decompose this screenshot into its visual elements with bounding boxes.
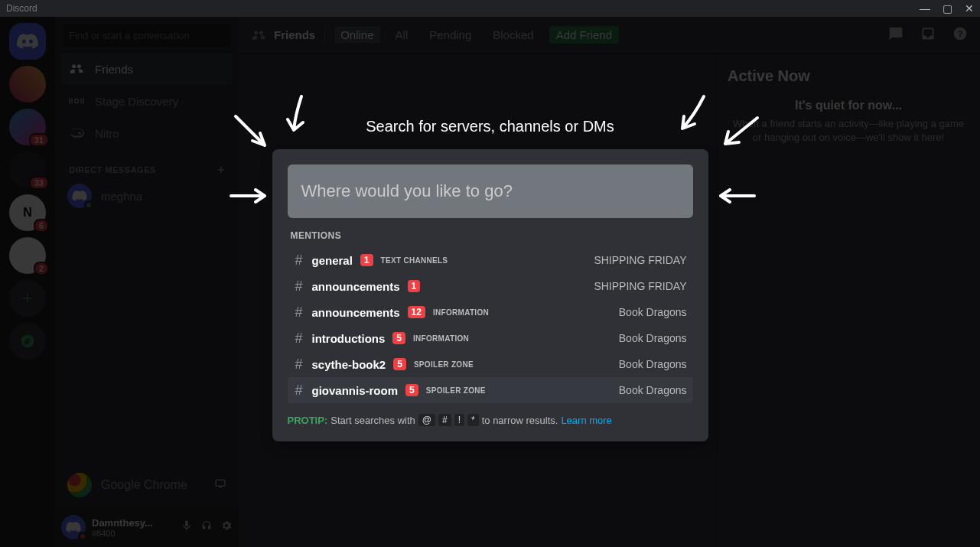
hash-icon: #: [294, 304, 304, 321]
result-name: introductions: [312, 332, 386, 345]
protip-label: PROTIP:: [288, 415, 328, 426]
result-server: SHIPPING FRIDAY: [594, 254, 686, 266]
result-server: Book Dragons: [619, 306, 687, 318]
hash-icon: #: [294, 383, 304, 399]
quickswitcher-input[interactable]: [288, 164, 693, 218]
quickswitcher-result[interactable]: #general1TEXT CHANNELSSHIPPING FRIDAY: [288, 247, 693, 273]
window-close-icon[interactable]: ✕: [965, 3, 974, 14]
result-category: TEXT CHANNELS: [381, 256, 448, 265]
modal-backdrop[interactable]: Search for servers, channels or DMs MENT…: [0, 17, 980, 547]
result-category: INFORMATION: [413, 334, 469, 343]
result-category: INFORMATION: [433, 308, 489, 317]
quickswitcher-result[interactable]: #announcements1SHIPPING FRIDAY: [288, 273, 693, 299]
kbd: #: [438, 414, 451, 426]
quickswitcher-list[interactable]: #general1TEXT CHANNELSSHIPPING FRIDAY#an…: [288, 247, 693, 403]
hash-icon: #: [294, 278, 304, 295]
result-name: giovannis-room: [312, 384, 399, 397]
window-title: Discord: [6, 3, 37, 14]
quickswitcher-result[interactable]: #giovannis-room5SPOILER ZONEBook Dragons: [288, 377, 693, 403]
titlebar: Discord — ▢ ✕: [0, 0, 980, 17]
result-category: SPOILER ZONE: [414, 360, 474, 369]
result-name: announcements: [312, 280, 400, 293]
mention-badge: 5: [405, 384, 418, 396]
quickswitcher-footer: PROTIP: Start searches with @ # ! * to n…: [288, 414, 693, 426]
quickswitcher-result[interactable]: #scythe-book25SPOILER ZONEBook Dragons: [288, 351, 693, 377]
quickswitcher-result[interactable]: #introductions5INFORMATIONBook Dragons: [288, 325, 693, 351]
quickswitcher-result[interactable]: #announcements12INFORMATIONBook Dragons: [288, 299, 693, 325]
result-server: Book Dragons: [619, 384, 687, 396]
result-server: SHIPPING FRIDAY: [594, 280, 686, 292]
mention-badge: 1: [408, 280, 421, 292]
quickswitcher-section: MENTIONS: [291, 230, 690, 241]
mention-badge: 12: [408, 306, 425, 318]
result-name: general: [312, 254, 353, 267]
result-category: SPOILER ZONE: [426, 386, 486, 395]
mention-badge: 5: [392, 332, 405, 344]
hash-icon: #: [294, 252, 304, 269]
mention-badge: 5: [393, 358, 406, 370]
quickswitcher-panel: MENTIONS #general1TEXT CHANNELSSHIPPING …: [272, 149, 708, 441]
window-maximize-icon[interactable]: ▢: [943, 3, 952, 14]
kbd: !: [454, 414, 464, 426]
hash-icon: #: [294, 357, 304, 373]
result-server: Book Dragons: [619, 332, 687, 344]
hash-icon: #: [294, 330, 304, 347]
learn-more-link[interactable]: Learn more: [561, 415, 611, 426]
result-name: announcements: [312, 306, 400, 319]
kbd: @: [418, 414, 435, 426]
window-minimize-icon[interactable]: —: [920, 3, 930, 14]
kbd: *: [467, 414, 479, 426]
result-server: Book Dragons: [619, 358, 687, 370]
mention-badge: 1: [360, 254, 373, 266]
quickswitcher-title: Search for servers, channels or DMs: [366, 118, 614, 135]
result-name: scythe-book2: [312, 358, 386, 371]
